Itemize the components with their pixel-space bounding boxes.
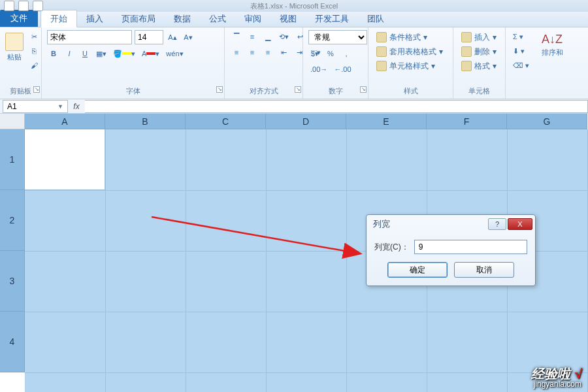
phonetic-button[interactable]: wén▾ [164, 47, 185, 60]
dialog-titlebar[interactable]: 列宽 ? X [367, 215, 535, 233]
tab-insert[interactable]: 插入 [77, 10, 112, 27]
insert-cells-button[interactable]: 插入 ▾ [459, 30, 499, 44]
decrease-font-button[interactable]: A▾ [182, 31, 195, 44]
conditional-format-button[interactable]: 条件格式 ▾ [374, 30, 430, 44]
tab-data[interactable]: 数据 [165, 10, 200, 27]
delete-cells-button[interactable]: 删除 ▾ [459, 44, 499, 59]
fill-color-button[interactable]: 🪣▾ [111, 47, 137, 60]
currency-button[interactable]: $▾ [308, 47, 321, 60]
format-as-table-button[interactable]: 套用表格格式 ▾ [374, 44, 446, 59]
column-width-input[interactable] [414, 240, 527, 254]
paste-button[interactable]: 粘贴 [5, 30, 24, 69]
qat-undo-icon[interactable] [18, 1, 29, 11]
align-left-button[interactable]: ≡ [230, 46, 243, 59]
row-header[interactable]: 4 [0, 312, 25, 372]
tab-review[interactable]: 审阅 [235, 10, 270, 27]
tab-view[interactable]: 视图 [270, 10, 306, 27]
tab-file[interactable]: 文件 [0, 10, 38, 27]
font-name-input[interactable] [47, 30, 132, 44]
formula-input[interactable] [85, 100, 588, 113]
cell-styles-button[interactable]: 单元格样式 ▾ [374, 59, 438, 73]
autosum-button[interactable]: Σ ▾ [511, 30, 525, 43]
number-format-select[interactable]: 常规 [308, 30, 367, 44]
copy-icon: ⎘ [32, 47, 37, 55]
decrease-decimal-button[interactable]: ←.00 [332, 63, 353, 76]
col-header[interactable]: B [105, 114, 186, 129]
group-label-alignment: 对齐方式↘ [230, 85, 297, 97]
font-size-input[interactable] [135, 30, 163, 44]
align-middle-button[interactable]: ≡ [246, 30, 259, 43]
dialog-close-button[interactable]: X [508, 218, 532, 230]
cut-button[interactable]: ✂ [27, 30, 41, 43]
orientation-button[interactable]: ⟲▾ [277, 30, 291, 43]
group-styles: 条件格式 ▾ 套用表格格式 ▾ 单元格样式 ▾ 样式 [368, 27, 453, 99]
group-label-font: 字体↘ [47, 85, 219, 97]
group-label-number: 数字↘ [308, 85, 363, 97]
bold-button[interactable]: B [47, 47, 60, 60]
check-icon: √ [574, 367, 581, 381]
fx-button[interactable]: fx [68, 102, 85, 111]
col-header[interactable]: D [266, 114, 346, 129]
row-header[interactable]: 3 [0, 251, 25, 312]
name-box[interactable]: A1 ▼ [3, 100, 68, 113]
format-icon [461, 61, 472, 71]
qat-save-icon[interactable] [4, 1, 14, 11]
group-label-cells: 单元格 [459, 85, 500, 97]
font-color-button[interactable]: A▾ [140, 47, 161, 60]
row-header[interactable]: 1 [0, 129, 25, 190]
align-bottom-button[interactable]: ▁ [261, 30, 274, 43]
tab-developer[interactable]: 开发工具 [306, 10, 358, 27]
watermark-sub: jingyanla.com [531, 380, 581, 388]
dialog-launcher-icon[interactable]: ↘ [360, 86, 367, 93]
watermark-main: 经验啦 [531, 367, 570, 381]
group-number: 常规 $▾ % , .00→ ←.00 数字↘ [303, 27, 368, 99]
tab-team[interactable]: 团队 [358, 10, 393, 27]
group-editing: Σ ▾ ⬇ ▾ ⌫ ▾ [506, 27, 540, 99]
group-sort: A↓Z 排序和 [540, 27, 566, 99]
select-all-corner[interactable] [0, 114, 25, 129]
increase-decimal-button[interactable]: .00→ [308, 63, 329, 76]
group-label-styles: 样式 [374, 85, 448, 97]
tab-home[interactable]: 开始 [41, 10, 77, 27]
dialog-help-button[interactable]: ? [488, 218, 506, 230]
row-header[interactable]: 2 [0, 190, 25, 251]
group-label-clipboard: 剪贴板↘ [5, 85, 36, 97]
dialog-launcher-icon[interactable]: ↘ [33, 86, 40, 93]
percent-button[interactable]: % [324, 47, 337, 60]
cancel-button[interactable]: 取消 [454, 262, 514, 278]
clear-button[interactable]: ⌫ ▾ [511, 59, 531, 72]
format-painter-button[interactable]: 🖌 [27, 59, 41, 72]
group-clipboard: 粘贴 ✂ ⎘ 🖌 剪贴板↘ [0, 27, 42, 99]
col-header[interactable]: G [507, 114, 587, 129]
borders-button[interactable]: ▦▾ [94, 47, 108, 60]
watermark: 经验啦 √ jingyanla.com [531, 367, 581, 388]
dialog-launcher-icon[interactable]: ↘ [216, 86, 223, 93]
formula-bar: A1 ▼ fx [0, 99, 588, 114]
col-header[interactable]: E [346, 114, 427, 129]
qat-redo-icon[interactable] [33, 1, 43, 11]
comma-button[interactable]: , [340, 47, 353, 60]
tab-formulas[interactable]: 公式 [200, 10, 235, 27]
ribbon-tabs: 文件 开始 插入 页面布局 数据 公式 审阅 视图 开发工具 团队 [0, 12, 588, 27]
align-right-button[interactable]: ≡ [261, 46, 274, 59]
quick-access-toolbar [0, 0, 43, 12]
decrease-indent-button[interactable]: ⇤ [277, 46, 290, 59]
italic-button[interactable]: I [63, 47, 76, 60]
align-center-button[interactable]: ≡ [246, 46, 259, 59]
brush-icon: 🖌 [31, 61, 38, 69]
underline-button[interactable]: U [78, 47, 91, 60]
copy-button[interactable]: ⎘ [27, 44, 41, 57]
col-header[interactable]: A [25, 114, 105, 129]
cell-a1[interactable] [25, 129, 105, 190]
dialog-launcher-icon[interactable]: ↘ [295, 86, 301, 93]
tab-page-layout[interactable]: 页面布局 [112, 10, 165, 27]
format-cells-button[interactable]: 格式 ▾ [459, 59, 499, 73]
fill-button[interactable]: ⬇ ▾ [511, 44, 527, 57]
sort-filter-button[interactable]: A↓Z 排序和 [540, 30, 564, 69]
col-header[interactable]: F [427, 114, 507, 129]
border-icon: ▦ [96, 50, 103, 58]
increase-font-button[interactable]: A▴ [166, 31, 179, 44]
ok-button[interactable]: 确定 [387, 262, 448, 278]
align-top-button[interactable]: ▔ [230, 30, 243, 43]
col-header[interactable]: C [186, 114, 266, 129]
